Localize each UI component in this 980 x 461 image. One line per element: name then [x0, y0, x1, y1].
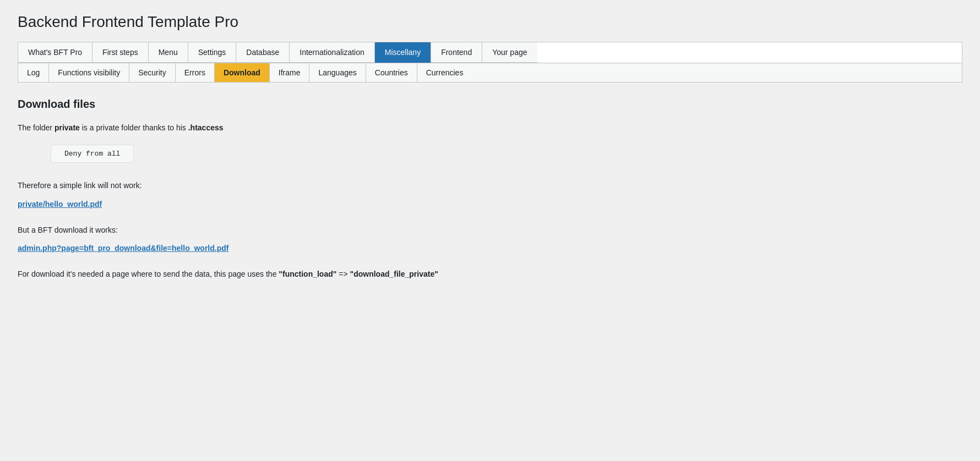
secondary-tab-download[interactable]: Download — [215, 63, 270, 82]
function-load-section: For download it's needed a page where to… — [18, 268, 962, 280]
simple-link-section: Therefore a simple link will not work: p… — [18, 179, 962, 218]
secondary-tab-iframe[interactable]: Iframe — [270, 63, 310, 82]
paragraph-private-folder: The folder private is a private folder t… — [18, 122, 962, 134]
primary-tab-your-page[interactable]: Your page — [482, 42, 537, 63]
bft-link-section: But a BFT download it works: admin.php?p… — [18, 224, 962, 262]
paragraph-bft-link: But a BFT download it works: — [18, 224, 962, 236]
primary-tab-frontend[interactable]: Frontend — [431, 42, 482, 63]
secondary-tab-countries[interactable]: Countries — [366, 63, 417, 82]
secondary-tab-functions-visibility[interactable]: Functions visibility — [49, 63, 129, 82]
secondary-tab-log[interactable]: Log — [18, 63, 49, 82]
primary-tab-first-steps[interactable]: First steps — [92, 42, 149, 63]
content-title: Download files — [18, 98, 962, 111]
paragraph4-mid: => — [336, 270, 350, 278]
primary-tab-whats-bft[interactable]: What's BFT Pro — [18, 42, 92, 63]
secondary-tab-security[interactable]: Security — [129, 63, 176, 82]
primary-tab-menu[interactable]: Menu — [149, 42, 188, 63]
primary-tab-settings[interactable]: Settings — [188, 42, 237, 63]
private-folder-description: The folder private is a private folder t… — [18, 122, 962, 174]
simple-link[interactable]: private/hello_world.pdf — [18, 200, 102, 208]
paragraph-simple-link: Therefore a simple link will not work: — [18, 179, 962, 191]
paragraph1-pre: The folder — [18, 123, 55, 132]
primary-tabs-container: What's BFT Pro First steps Menu Settings… — [18, 42, 962, 63]
secondary-tab-languages[interactable]: Languages — [309, 63, 366, 82]
content-area: Download files The folder private is a p… — [18, 96, 962, 281]
primary-tab-database[interactable]: Database — [236, 42, 290, 63]
page-title: Backend Frontend Template Pro — [18, 13, 962, 31]
secondary-tabs-container: Log Functions visibility Security Errors… — [18, 63, 962, 83]
paragraph1-bold2: .htaccess — [188, 123, 224, 132]
paragraph1-bold1: private — [55, 123, 80, 132]
code-block-deny: Deny from all — [51, 145, 134, 163]
paragraph-function-load: For download it's needed a page where to… — [18, 268, 962, 280]
primary-tab-miscellany[interactable]: Miscellany — [375, 42, 431, 63]
secondary-tab-errors[interactable]: Errors — [176, 63, 215, 82]
primary-tab-internationalization[interactable]: Internationalization — [290, 42, 375, 63]
paragraph4-bold1: "function_load" — [279, 270, 336, 278]
paragraph1-mid: is a private folder thanks to his — [80, 123, 188, 132]
paragraph4-bold2: "download_file_private" — [350, 270, 438, 278]
paragraph4-pre: For download it's needed a page where to… — [18, 270, 279, 278]
secondary-tab-currencies[interactable]: Currencies — [417, 63, 472, 82]
bft-download-link[interactable]: admin.php?page=bft_pro_download&file=hel… — [18, 244, 228, 253]
